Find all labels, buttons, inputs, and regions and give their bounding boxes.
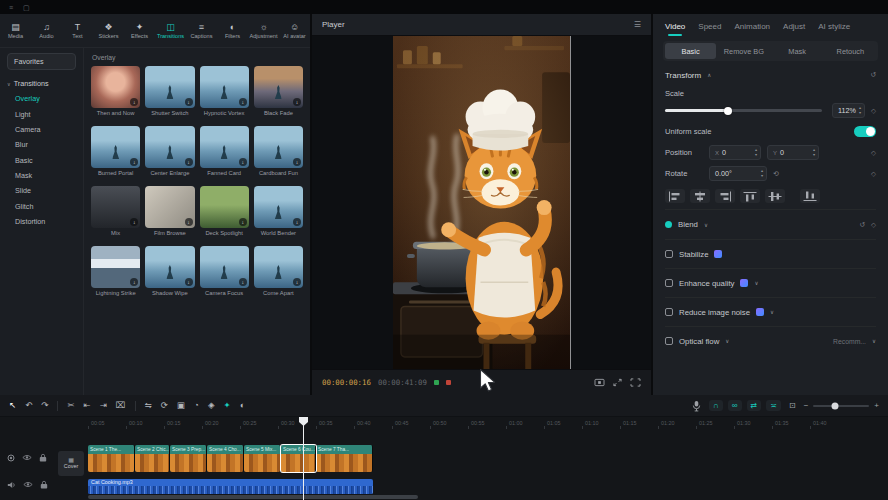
transition-item-deck-spotlight[interactable]: ↓Deck Spotlight [200, 186, 249, 236]
sidebar-item-slide[interactable]: Slide [0, 183, 83, 198]
layout-icon[interactable]: ▢ [23, 4, 30, 11]
subtab-remove-bg[interactable]: Remove BG [718, 43, 769, 59]
clip-scene-6-cou[interactable]: Scene 6 Cou... [281, 445, 316, 472]
preview-display-icon[interactable]: ⊡ [789, 401, 796, 410]
transition-item-shadow-wipe[interactable]: ↓Shadow Wipe [145, 246, 194, 296]
sidebar-item-blur[interactable]: Blur [0, 137, 83, 152]
transition-item-fanned-card[interactable]: ↓Fanned Card [200, 126, 249, 176]
hide-track-icon[interactable] [23, 481, 33, 488]
multi-select-toggle-icon[interactable]: ≍ [766, 400, 781, 412]
rotate-icon[interactable]: ⟳ [161, 401, 168, 410]
smart-tools-icon[interactable]: ✦ [224, 401, 231, 410]
top-tab-adjustment[interactable]: ☼Adjustment [248, 14, 279, 47]
stepper-down-icon[interactable]: ▾ [859, 111, 861, 115]
scale-slider-knob[interactable] [724, 107, 732, 115]
audio-clip[interactable]: Cat Cooking.mp3 [88, 479, 373, 494]
transition-item-black-fade[interactable]: ↓Black Fade [254, 66, 303, 116]
mirror-icon[interactable]: ⇋ [145, 401, 152, 410]
subtab-basic[interactable]: Basic [665, 43, 716, 59]
clip-scene-3-prep[interactable]: Scene 3 Prep... [170, 445, 207, 472]
sidebar-item-overlay[interactable]: Overlay [0, 91, 83, 106]
fit-screen-icon[interactable] [612, 378, 623, 387]
align-middle-vertical-icon[interactable] [765, 189, 785, 203]
link-clips-toggle-icon[interactable]: ∞ [728, 400, 742, 412]
cover-button[interactable]: ▦ Cover [58, 451, 84, 476]
aspect-ratio-icon[interactable] [594, 378, 605, 387]
transition-item-hypnotic-vortex[interactable]: ↓Hypnotic Vortex [200, 66, 249, 116]
position-y-input[interactable]: Y 0 ▴▾ [767, 145, 819, 160]
stabilize-section[interactable]: Stabilize [665, 239, 876, 268]
crop-icon[interactable]: ▣ [177, 401, 185, 410]
top-tab-filters[interactable]: ◐Filters [217, 14, 248, 47]
subtab-retouch[interactable]: Retouch [825, 43, 876, 59]
optical-flow-quality-dropdown[interactable]: Recomm... [833, 338, 866, 345]
zoom-in-icon[interactable]: + [874, 401, 879, 410]
sidebar-item-favorites[interactable]: Favorites [7, 53, 76, 70]
subtab-mask[interactable]: Mask [772, 43, 823, 59]
top-tab-stickers[interactable]: ❖Stickers [93, 14, 124, 47]
align-left-icon[interactable] [665, 189, 685, 203]
transition-item-lightning-strike[interactable]: ↓Lightning Strike [91, 246, 140, 296]
sidebar-item-camera[interactable]: Camera [0, 122, 83, 137]
sidebar-item-mask[interactable]: Mask [0, 168, 83, 183]
transform-reset-icon[interactable]: ↺ [870, 71, 876, 79]
align-top-icon[interactable] [740, 189, 760, 203]
clip-scene-4-cho[interactable]: Scene 4 Cho... [207, 445, 244, 472]
transition-item-then-and-now[interactable]: ↓Then and Now [91, 66, 140, 116]
rotate-ccw-icon[interactable]: ⟲ [773, 170, 779, 178]
enhance-quality-section[interactable]: Enhance quality ∨ [665, 268, 876, 297]
delete-right-icon[interactable]: ⇥ [100, 401, 107, 410]
sidebar-item-glitch[interactable]: Glitch [0, 199, 83, 214]
top-tab-text[interactable]: TText [62, 14, 93, 47]
tab-animation[interactable]: Animation [734, 22, 770, 31]
position-x-input[interactable]: X 0 ▴▾ [709, 145, 761, 160]
stepper-down-icon[interactable]: ▾ [761, 174, 763, 178]
split-icon[interactable]: ✂ [67, 401, 74, 410]
top-tab-captions[interactable]: ≡Captions [186, 14, 217, 47]
scale-value-box[interactable]: 112% ▴▾ [832, 103, 865, 118]
align-center-horizontal-icon[interactable] [690, 189, 710, 203]
mask-tool-icon[interactable]: ◐ [240, 401, 245, 410]
align-right-icon[interactable] [715, 189, 735, 203]
mute-track-icon[interactable] [7, 481, 16, 489]
rotate-stepper[interactable]: ▴▾ [761, 169, 763, 177]
timeline-scrollbar[interactable] [88, 495, 418, 499]
rotate-keyframe-icon[interactable]: ◇ [871, 170, 876, 178]
undo-icon[interactable]: ↶ [25, 401, 32, 410]
position-y-stepper[interactable]: ▴▾ [813, 148, 815, 156]
rotate-input[interactable]: 0.00° ▴▾ [709, 166, 767, 181]
blend-keyframe-icon[interactable]: ◇ [871, 221, 876, 229]
redo-icon[interactable]: ↷ [41, 401, 48, 410]
stepper-down-icon[interactable]: ▾ [813, 153, 815, 157]
delete-left-icon[interactable]: ⇤ [84, 401, 91, 410]
delete-icon[interactable]: ⌧ [116, 401, 126, 410]
transition-item-film-browse[interactable]: ↓Film Browse [145, 186, 194, 236]
zoom-out-icon[interactable]: − [804, 401, 809, 410]
position-keyframe-icon[interactable]: ◇ [871, 149, 876, 157]
zoom-slider-knob[interactable] [831, 402, 838, 409]
clip-scene-7-tha[interactable]: Scene 7 Tha... [316, 445, 373, 472]
blend-reset-icon[interactable]: ↺ [859, 221, 865, 229]
top-tab-audio[interactable]: ♫Audio [31, 14, 62, 47]
clip-scene-5-mix[interactable]: Scene 5 Mix... [244, 445, 281, 472]
lock-track-icon[interactable] [39, 453, 47, 462]
tab-ai-stylize[interactable]: AI stylize [818, 22, 850, 31]
transition-item-center-enlarge[interactable]: ↓Center Enlarge [145, 126, 194, 176]
top-tab-transitions[interactable]: ◫Transitions [155, 14, 186, 47]
blend-section[interactable]: Blend ∨ ↺ ◇ [665, 210, 876, 239]
transform-section-header[interactable]: Transform ∧ ↺ [665, 63, 876, 87]
clip-scene-1-the[interactable]: Scene 1 The... [88, 445, 135, 472]
transition-item-shutter-switch[interactable]: ↓Shutter Switch [145, 66, 194, 116]
transition-item-mix[interactable]: ↓Mix [91, 186, 140, 236]
sidebar-item-light[interactable]: Light [0, 106, 83, 121]
transition-item-come-apart[interactable]: ↓Come Apart [254, 246, 303, 296]
top-tab-media[interactable]: ▤Media [0, 14, 31, 47]
scale-keyframe-icon[interactable]: ◇ [871, 107, 876, 115]
magnet-toggle-icon[interactable]: ∩ [709, 400, 723, 412]
align-bottom-icon[interactable] [800, 189, 820, 203]
marker-icon[interactable]: ◈ [208, 401, 215, 410]
track-toggle-icon[interactable] [7, 454, 15, 462]
top-tab-ai-avatar[interactable]: ☺AI avatar [279, 14, 310, 47]
fullscreen-icon[interactable] [630, 378, 641, 387]
position-x-stepper[interactable]: ▴▾ [755, 148, 757, 156]
